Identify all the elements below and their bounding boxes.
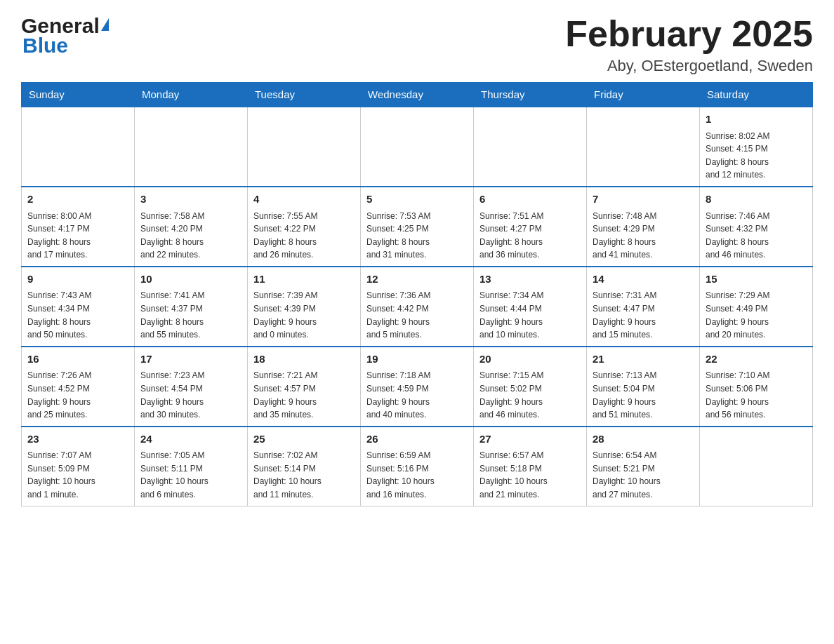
day-info: Sunrise: 7:23 AM Sunset: 4:54 PM Dayligh… [140, 369, 241, 421]
weekday-header-wednesday: Wednesday [361, 83, 474, 107]
day-number: 25 [253, 431, 355, 448]
day-number: 26 [366, 431, 468, 448]
calendar-cell: 2Sunrise: 8:00 AM Sunset: 4:17 PM Daylig… [22, 187, 135, 267]
day-info: Sunrise: 7:53 AM Sunset: 4:25 PM Dayligh… [366, 210, 468, 262]
calendar-cell: 27Sunrise: 6:57 AM Sunset: 5:18 PM Dayli… [474, 427, 587, 506]
day-info: Sunrise: 7:21 AM Sunset: 4:57 PM Dayligh… [253, 369, 355, 421]
calendar-cell: 15Sunrise: 7:29 AM Sunset: 4:49 PM Dayli… [700, 267, 813, 347]
day-number: 28 [593, 431, 694, 448]
day-number: 14 [593, 271, 694, 288]
weekday-header-friday: Friday [587, 83, 700, 107]
day-info: Sunrise: 7:29 AM Sunset: 4:49 PM Dayligh… [706, 289, 807, 341]
day-info: Sunrise: 7:13 AM Sunset: 5:04 PM Dayligh… [593, 369, 694, 421]
calendar-week-row: 1Sunrise: 8:02 AM Sunset: 4:15 PM Daylig… [22, 107, 813, 187]
location-subtitle: Aby, OEstergoetland, Sweden [565, 57, 813, 75]
calendar-cell: 6Sunrise: 7:51 AM Sunset: 4:27 PM Daylig… [474, 187, 587, 267]
day-number: 17 [140, 351, 241, 368]
day-info: Sunrise: 7:26 AM Sunset: 4:52 PM Dayligh… [27, 369, 128, 421]
day-info: Sunrise: 7:55 AM Sunset: 4:22 PM Dayligh… [253, 210, 355, 262]
calendar-cell: 18Sunrise: 7:21 AM Sunset: 4:57 PM Dayli… [248, 347, 361, 427]
logo: General Blue [21, 14, 109, 58]
calendar-cell: 9Sunrise: 7:43 AM Sunset: 4:34 PM Daylig… [22, 267, 135, 347]
day-number: 16 [27, 351, 128, 368]
day-info: Sunrise: 6:59 AM Sunset: 5:16 PM Dayligh… [366, 449, 468, 501]
calendar-cell: 20Sunrise: 7:15 AM Sunset: 5:02 PM Dayli… [474, 347, 587, 427]
day-number: 12 [366, 271, 468, 288]
logo-triangle-icon [101, 18, 109, 31]
day-info: Sunrise: 7:07 AM Sunset: 5:09 PM Dayligh… [27, 449, 128, 501]
day-info: Sunrise: 7:58 AM Sunset: 4:20 PM Dayligh… [140, 210, 241, 262]
day-info: Sunrise: 8:02 AM Sunset: 4:15 PM Dayligh… [706, 130, 807, 182]
calendar-cell: 5Sunrise: 7:53 AM Sunset: 4:25 PM Daylig… [361, 187, 474, 267]
calendar-cell [135, 107, 248, 187]
day-number: 2 [27, 192, 128, 208]
calendar-cell: 1Sunrise: 8:02 AM Sunset: 4:15 PM Daylig… [700, 107, 813, 187]
day-info: Sunrise: 7:02 AM Sunset: 5:14 PM Dayligh… [253, 449, 355, 501]
calendar-week-row: 2Sunrise: 8:00 AM Sunset: 4:17 PM Daylig… [22, 187, 813, 267]
weekday-header-thursday: Thursday [474, 83, 587, 107]
day-number: 13 [479, 271, 581, 288]
calendar-cell: 21Sunrise: 7:13 AM Sunset: 5:04 PM Dayli… [587, 347, 700, 427]
calendar-cell: 19Sunrise: 7:18 AM Sunset: 4:59 PM Dayli… [361, 347, 474, 427]
day-number: 3 [140, 192, 241, 208]
day-info: Sunrise: 6:54 AM Sunset: 5:21 PM Dayligh… [593, 449, 694, 501]
calendar-cell: 14Sunrise: 7:31 AM Sunset: 4:47 PM Dayli… [587, 267, 700, 347]
calendar-cell: 10Sunrise: 7:41 AM Sunset: 4:37 PM Dayli… [135, 267, 248, 347]
calendar-cell: 12Sunrise: 7:36 AM Sunset: 4:42 PM Dayli… [361, 267, 474, 347]
weekday-header-row: SundayMondayTuesdayWednesdayThursdayFrid… [22, 83, 813, 107]
calendar-cell [22, 107, 135, 187]
calendar-cell [361, 107, 474, 187]
day-number: 11 [253, 271, 355, 288]
calendar-cell: 25Sunrise: 7:02 AM Sunset: 5:14 PM Dayli… [248, 427, 361, 506]
calendar-cell [474, 107, 587, 187]
calendar-cell: 16Sunrise: 7:26 AM Sunset: 4:52 PM Dayli… [22, 347, 135, 427]
day-info: Sunrise: 7:18 AM Sunset: 4:59 PM Dayligh… [366, 369, 468, 421]
day-info: Sunrise: 7:43 AM Sunset: 4:34 PM Dayligh… [27, 289, 128, 341]
day-info: Sunrise: 7:51 AM Sunset: 4:27 PM Dayligh… [479, 210, 581, 262]
day-info: Sunrise: 7:36 AM Sunset: 4:42 PM Dayligh… [366, 289, 468, 341]
day-info: Sunrise: 7:31 AM Sunset: 4:47 PM Dayligh… [593, 289, 694, 341]
weekday-header-saturday: Saturday [700, 83, 813, 107]
calendar-cell: 22Sunrise: 7:10 AM Sunset: 5:06 PM Dayli… [700, 347, 813, 427]
day-number: 15 [706, 271, 807, 288]
day-number: 9 [27, 271, 128, 288]
day-info: Sunrise: 7:46 AM Sunset: 4:32 PM Dayligh… [706, 210, 807, 262]
calendar-cell: 7Sunrise: 7:48 AM Sunset: 4:29 PM Daylig… [587, 187, 700, 267]
calendar-cell: 4Sunrise: 7:55 AM Sunset: 4:22 PM Daylig… [248, 187, 361, 267]
day-number: 10 [140, 271, 241, 288]
weekday-header-tuesday: Tuesday [248, 83, 361, 107]
calendar-cell [700, 427, 813, 506]
day-info: Sunrise: 8:00 AM Sunset: 4:17 PM Dayligh… [27, 210, 128, 262]
calendar-cell: 23Sunrise: 7:07 AM Sunset: 5:09 PM Dayli… [22, 427, 135, 506]
title-section: February 2025 Aby, OEstergoetland, Swede… [565, 14, 813, 75]
day-number: 1 [706, 112, 807, 128]
day-number: 27 [479, 431, 581, 448]
logo-blue-text: Blue [21, 34, 109, 58]
month-title: February 2025 [565, 14, 813, 54]
day-info: Sunrise: 7:34 AM Sunset: 4:44 PM Dayligh… [479, 289, 581, 341]
calendar-cell: 24Sunrise: 7:05 AM Sunset: 5:11 PM Dayli… [135, 427, 248, 506]
day-number: 23 [27, 431, 128, 448]
calendar-cell [587, 107, 700, 187]
day-info: Sunrise: 7:15 AM Sunset: 5:02 PM Dayligh… [479, 369, 581, 421]
day-number: 8 [706, 192, 807, 208]
page-header: General Blue February 2025 Aby, OEstergo… [21, 14, 813, 75]
calendar-cell: 11Sunrise: 7:39 AM Sunset: 4:39 PM Dayli… [248, 267, 361, 347]
calendar-cell: 26Sunrise: 6:59 AM Sunset: 5:16 PM Dayli… [361, 427, 474, 506]
weekday-header-monday: Monday [135, 83, 248, 107]
calendar-week-row: 16Sunrise: 7:26 AM Sunset: 4:52 PM Dayli… [22, 347, 813, 427]
day-info: Sunrise: 7:05 AM Sunset: 5:11 PM Dayligh… [140, 449, 241, 501]
day-number: 7 [593, 192, 694, 208]
day-info: Sunrise: 7:10 AM Sunset: 5:06 PM Dayligh… [706, 369, 807, 421]
calendar-cell: 8Sunrise: 7:46 AM Sunset: 4:32 PM Daylig… [700, 187, 813, 267]
calendar-cell: 17Sunrise: 7:23 AM Sunset: 4:54 PM Dayli… [135, 347, 248, 427]
weekday-header-sunday: Sunday [22, 83, 135, 107]
calendar-cell [248, 107, 361, 187]
day-number: 5 [366, 192, 468, 208]
day-info: Sunrise: 7:39 AM Sunset: 4:39 PM Dayligh… [253, 289, 355, 341]
day-number: 6 [479, 192, 581, 208]
calendar-cell: 3Sunrise: 7:58 AM Sunset: 4:20 PM Daylig… [135, 187, 248, 267]
day-number: 19 [366, 351, 468, 368]
day-number: 24 [140, 431, 241, 448]
day-number: 18 [253, 351, 355, 368]
